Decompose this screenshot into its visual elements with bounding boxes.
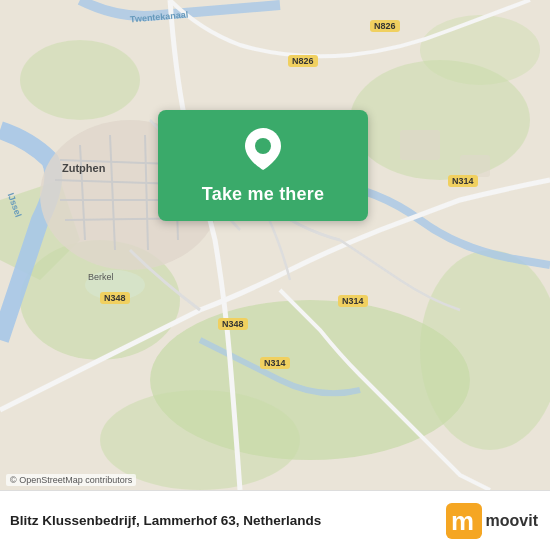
footer: Blitz Klussenbedrijf, Lammerhof 63, Neth… (0, 490, 550, 550)
location-title: Blitz Klussenbedrijf, Lammerhof 63, Neth… (10, 513, 321, 528)
map-attribution: © OpenStreetMap contributors (6, 474, 136, 486)
map-background (0, 0, 550, 490)
take-me-there-label: Take me there (202, 184, 324, 205)
svg-point-5 (20, 40, 140, 120)
city-label-berkel: Berkel (88, 272, 114, 282)
moovit-text: moovit (486, 512, 538, 530)
road-label-n348-2: N348 (218, 318, 248, 330)
road-label-n826-1: N826 (370, 20, 400, 32)
svg-text:m: m (451, 507, 474, 535)
location-pin-icon (245, 128, 281, 174)
road-label-n314-2: N314 (338, 295, 368, 307)
svg-point-9 (420, 15, 540, 85)
city-label-zutphen: Zutphen (62, 162, 105, 174)
svg-rect-21 (460, 155, 490, 177)
svg-rect-20 (400, 130, 440, 160)
footer-info: Blitz Klussenbedrijf, Lammerhof 63, Neth… (10, 513, 321, 528)
map-container: N826 N826 N314 N314 N314 N348 N348 Zutph… (0, 0, 550, 490)
moovit-icon: m (446, 503, 482, 539)
road-label-n826-2: N826 (288, 55, 318, 67)
svg-point-22 (255, 138, 271, 154)
road-label-n348-1: N348 (100, 292, 130, 304)
take-me-there-card[interactable]: Take me there (158, 110, 368, 221)
road-label-n314-1: N314 (448, 175, 478, 187)
road-label-n314-3: N314 (260, 357, 290, 369)
moovit-logo: m moovit (446, 503, 538, 539)
